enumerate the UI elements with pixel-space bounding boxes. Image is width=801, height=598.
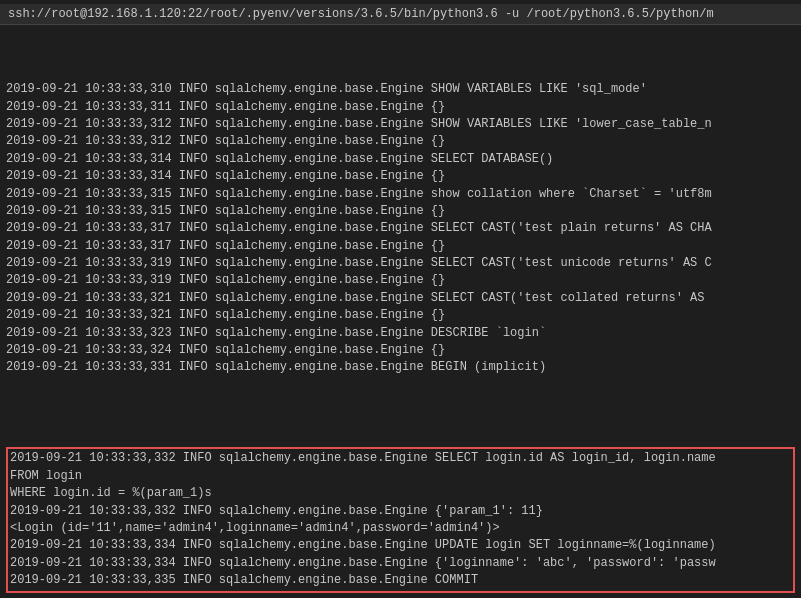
title-text: ssh://root@192.168.1.120:22/root/.pyenv/…	[8, 7, 714, 21]
log-line: 2019-09-21 10:33:33,311 INFO sqlalchemy.…	[6, 99, 795, 116]
highlight-log-line: 2019-09-21 10:33:33,335 INFO sqlalchemy.…	[10, 572, 791, 589]
log-line: 2019-09-21 10:33:33,310 INFO sqlalchemy.…	[6, 81, 795, 98]
log-line: 2019-09-21 10:33:33,314 INFO sqlalchemy.…	[6, 168, 795, 185]
log-line: 2019-09-21 10:33:33,321 INFO sqlalchemy.…	[6, 290, 795, 307]
highlight-log-line: 2019-09-21 10:33:33,332 INFO sqlalchemy.…	[10, 503, 791, 520]
log-line: 2019-09-21 10:33:33,323 INFO sqlalchemy.…	[6, 325, 795, 342]
log-line: 2019-09-21 10:33:33,315 INFO sqlalchemy.…	[6, 186, 795, 203]
log-area[interactable]: 2019-09-21 10:33:33,310 INFO sqlalchemy.…	[0, 25, 801, 598]
log-line: 2019-09-21 10:33:33,324 INFO sqlalchemy.…	[6, 342, 795, 359]
highlight-log-line: <Login (id='11',name='admin4',loginname=…	[10, 520, 791, 537]
log-line: 2019-09-21 10:33:33,317 INFO sqlalchemy.…	[6, 238, 795, 255]
highlight-block: 2019-09-21 10:33:33,332 INFO sqlalchemy.…	[6, 447, 795, 592]
log-line: 2019-09-21 10:33:33,314 INFO sqlalchemy.…	[6, 151, 795, 168]
log-line: 2019-09-21 10:33:33,312 INFO sqlalchemy.…	[6, 133, 795, 150]
highlight-log-line: 2019-09-21 10:33:33,334 INFO sqlalchemy.…	[10, 537, 791, 554]
log-lines-container: 2019-09-21 10:33:33,310 INFO sqlalchemy.…	[6, 81, 795, 377]
log-line: 2019-09-21 10:33:33,315 INFO sqlalchemy.…	[6, 203, 795, 220]
title-bar: ssh://root@192.168.1.120:22/root/.pyenv/…	[0, 4, 801, 25]
highlight-log-line: WHERE login.id = %(param_1)s	[10, 485, 791, 502]
log-line: 2019-09-21 10:33:33,317 INFO sqlalchemy.…	[6, 220, 795, 237]
highlight-log-line: 2019-09-21 10:33:33,332 INFO sqlalchemy.…	[10, 450, 791, 467]
log-line: 2019-09-21 10:33:33,312 INFO sqlalchemy.…	[6, 116, 795, 133]
terminal-window: ssh://root@192.168.1.120:22/root/.pyenv/…	[0, 0, 801, 598]
log-line: 2019-09-21 10:33:33,321 INFO sqlalchemy.…	[6, 307, 795, 324]
highlight-log-line: FROM login	[10, 468, 791, 485]
log-line: 2019-09-21 10:33:33,319 INFO sqlalchemy.…	[6, 272, 795, 289]
log-line: 2019-09-21 10:33:33,319 INFO sqlalchemy.…	[6, 255, 795, 272]
highlight-log-line: 2019-09-21 10:33:33,334 INFO sqlalchemy.…	[10, 555, 791, 572]
log-line: 2019-09-21 10:33:33,331 INFO sqlalchemy.…	[6, 359, 795, 376]
